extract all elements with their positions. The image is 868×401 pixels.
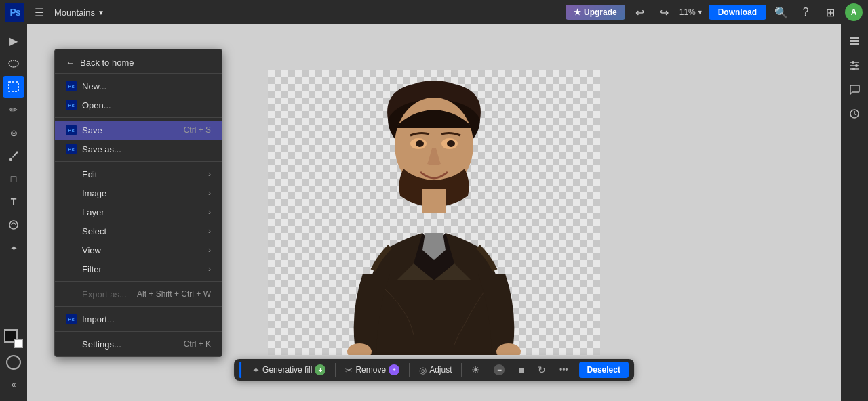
star-icon: ★ xyxy=(574,7,581,17)
hamburger-menu-button[interactable]: ☰ xyxy=(30,3,49,22)
save-ps-icon: Ps xyxy=(66,125,77,135)
menu-item-save-as[interactable]: Ps Save as... xyxy=(55,140,222,159)
selection-icon xyxy=(7,81,20,93)
canvas xyxy=(268,70,600,355)
svg-point-21 xyxy=(852,68,855,70)
svg-rect-1 xyxy=(9,82,18,91)
menu-divider-5 xyxy=(55,331,222,332)
menu-divider-4 xyxy=(55,306,222,307)
menu-item-select[interactable]: Select › xyxy=(55,221,222,240)
tool-selection[interactable] xyxy=(3,76,24,98)
layer-arrow-icon: › xyxy=(208,207,211,217)
menu-item-edit[interactable]: Edit › xyxy=(55,165,222,184)
toolbar-separator-3 xyxy=(461,363,462,377)
comments-panel-button[interactable] xyxy=(844,79,865,100)
history-panel-button[interactable] xyxy=(844,103,865,125)
project-name-button[interactable]: Mountains ▼ xyxy=(54,7,104,18)
user-avatar[interactable]: A xyxy=(845,3,863,21)
tool-brush[interactable]: ✏ xyxy=(3,99,24,121)
upgrade-button[interactable]: ★ Upgrade xyxy=(566,5,625,20)
adjust-button[interactable]: ◎ Adjust xyxy=(414,362,457,378)
tool-heal[interactable]: ✦ xyxy=(3,237,24,259)
menu-item-import[interactable]: Ps Import... xyxy=(55,310,222,329)
edit-arrow-icon: › xyxy=(208,169,211,179)
download-button[interactable]: Download xyxy=(709,5,766,20)
brightness-button[interactable]: ☀ xyxy=(466,362,486,378)
remove-badge-icon: + xyxy=(389,364,399,375)
redo-button[interactable]: ↪ xyxy=(655,3,674,22)
canvas-mode-button[interactable]: ■ xyxy=(513,362,529,378)
lasso-icon xyxy=(7,58,20,70)
import-ps-icon: Ps xyxy=(66,314,77,324)
clock-icon xyxy=(848,108,861,120)
menu-divider-3 xyxy=(55,281,222,282)
svg-rect-10 xyxy=(422,189,446,213)
text-tool-icon: T xyxy=(11,196,17,207)
toolbar-separator-1 xyxy=(335,363,336,377)
tool-stamp[interactable]: ⊛ xyxy=(3,122,24,144)
filter-arrow-icon: › xyxy=(208,264,211,274)
layers-panel-button[interactable] xyxy=(844,30,865,51)
main-area: ▶ ✏ ⊛ □ T xyxy=(0,24,868,401)
right-panel xyxy=(841,24,868,401)
tool-circle-select[interactable] xyxy=(6,355,21,370)
svg-rect-2 xyxy=(9,158,12,161)
collapse-icon: « xyxy=(12,380,16,389)
undo-button[interactable]: ↩ xyxy=(631,3,650,22)
svg-rect-15 xyxy=(850,43,859,45)
search-button[interactable]: 🔍 xyxy=(772,3,791,22)
remove-icon: ✂ xyxy=(345,365,353,375)
tool-smart[interactable] xyxy=(3,214,24,236)
smart-object-icon xyxy=(7,219,20,231)
chevron-down-icon: ▼ xyxy=(98,9,104,16)
color-swatches[interactable] xyxy=(4,329,23,348)
menu-item-filter[interactable]: Filter › xyxy=(55,259,222,278)
brush-icon: ✏ xyxy=(9,104,18,115)
tool-lasso[interactable] xyxy=(3,53,24,75)
svg-rect-13 xyxy=(850,37,859,39)
back-icon: ← xyxy=(66,58,75,68)
more-options-button[interactable]: ••• xyxy=(554,362,574,377)
generative-fill-button[interactable]: ✦ Generative fill + xyxy=(247,362,331,378)
svg-point-9 xyxy=(447,140,455,147)
tool-rectangle[interactable]: □ xyxy=(3,168,24,190)
tool-eyedropper[interactable] xyxy=(3,145,24,167)
collapse-sidebar-button[interactable]: « xyxy=(3,374,24,396)
settings-shortcut: Ctrl + K xyxy=(184,339,211,349)
menu-item-save[interactable]: Ps Save Ctrl + S xyxy=(55,121,222,140)
adjustments-panel-button[interactable] xyxy=(844,54,865,76)
back-to-home-item[interactable]: ← Back to home xyxy=(55,52,222,74)
square-icon: ■ xyxy=(518,364,524,375)
deselect-button[interactable]: Deselect xyxy=(579,362,629,378)
refresh-icon: ↻ xyxy=(538,364,546,375)
zoom-control[interactable]: 11% ▼ xyxy=(679,7,703,17)
svg-point-0 xyxy=(9,60,18,67)
app-logo: Ps xyxy=(5,3,24,22)
menu-item-layer[interactable]: Layer › xyxy=(55,203,222,221)
svg-point-17 xyxy=(852,61,854,64)
apps-grid-button[interactable]: ⊞ xyxy=(821,3,840,22)
menu-item-image[interactable]: Image › xyxy=(55,184,222,203)
menu-item-view[interactable]: View › xyxy=(55,240,222,259)
background-color xyxy=(14,339,23,348)
select-arrow-icon: › xyxy=(208,226,211,236)
stamp-icon: ⊛ xyxy=(10,128,18,138)
size-decrease-button[interactable]: − xyxy=(488,362,510,378)
menu-item-new[interactable]: Ps New... xyxy=(55,77,222,96)
tool-select[interactable]: ▶ xyxy=(3,30,24,51)
comments-icon xyxy=(848,83,861,96)
sparkle-icon: ✦ xyxy=(252,365,260,375)
svg-rect-14 xyxy=(850,40,859,42)
refresh-button[interactable]: ↻ xyxy=(532,362,551,378)
toolbar-indicator xyxy=(239,362,241,378)
ellipsis-icon: ••• xyxy=(559,365,568,375)
menu-item-open[interactable]: Ps Open... xyxy=(55,96,222,114)
menu-item-settings[interactable]: Settings... Ctrl + K xyxy=(55,335,222,354)
sun-icon: ☀ xyxy=(471,364,480,375)
tool-text[interactable]: T xyxy=(3,191,24,213)
bottom-toolbar: ✦ Generative fill + ✂ Remove + ◎ Adjust … xyxy=(234,359,634,381)
help-button[interactable]: ? xyxy=(796,3,815,22)
remove-button[interactable]: ✂ Remove + xyxy=(340,362,405,378)
topbar: Ps ☰ Mountains ▼ ★ Upgrade ↩ ↪ 11% ▼ Dow… xyxy=(0,0,868,24)
layers-icon xyxy=(848,35,861,47)
